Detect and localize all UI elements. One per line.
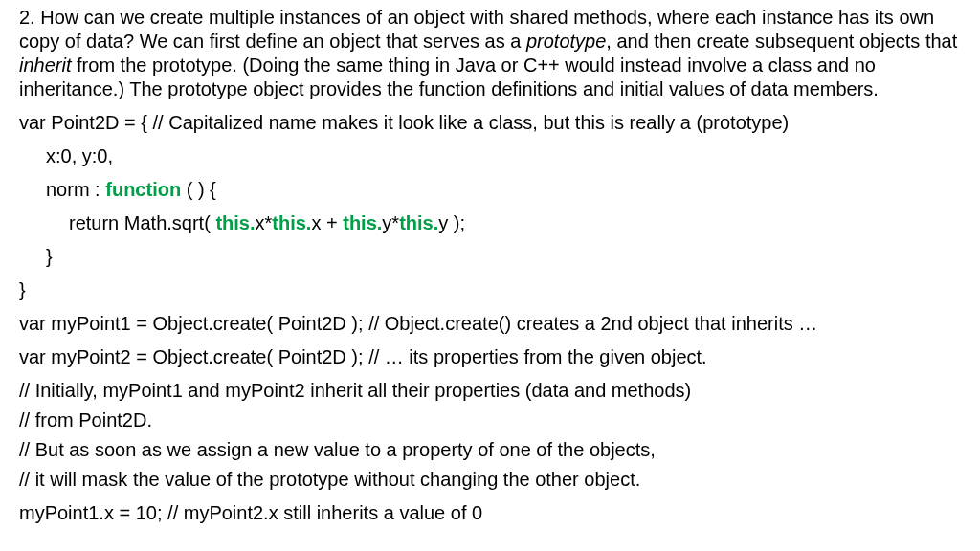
code-line-10: // from Point2D.	[19, 408, 961, 432]
code-line-11: // But as soon as we assign a new value …	[19, 438, 961, 462]
intro-text-2: , and then create subsequent objects tha…	[606, 31, 957, 52]
code-line-5: }	[19, 245, 961, 269]
code-line-1: var Point2D = { // Capitalized name make…	[19, 111, 961, 135]
intro-italic-1: prototype	[526, 31, 606, 52]
code-line-3: norm : function ( ) {	[19, 178, 961, 202]
code-line-7: var myPoint1 = Object.create( Point2D );…	[19, 312, 961, 336]
code-line-4: return Math.sqrt( this.x*this.x + this.y…	[19, 211, 961, 235]
code-l3-b: ( ) {	[181, 179, 216, 200]
code-line-9: // Initially, myPoint1 and myPoint2 inhe…	[19, 379, 961, 403]
keyword-this-2: this.	[272, 212, 311, 233]
intro-text-3: from the prototype. (Doing the same thin…	[19, 55, 879, 99]
code-line-6: }	[19, 278, 961, 302]
comment-block: // Initially, myPoint1 and myPoint2 inhe…	[19, 379, 961, 492]
code-l3-a: norm :	[46, 179, 105, 200]
code-line-12: // it will mask the value of the prototy…	[19, 468, 961, 492]
code-line-2: x:0, y:0,	[19, 144, 961, 168]
code-l4-a: return Math.sqrt(	[69, 212, 215, 233]
intro-paragraph: 2. How can we create multiple instances …	[19, 6, 961, 101]
code-l4-b: x*	[256, 212, 273, 233]
code-l4-d: y*	[382, 212, 399, 233]
keyword-this-4: this.	[399, 212, 438, 233]
keyword-this-1: this.	[215, 212, 255, 233]
code-line-8: var myPoint2 = Object.create( Point2D );…	[19, 345, 961, 369]
keyword-this-3: this.	[343, 212, 382, 233]
code-l4-e: y );	[438, 212, 465, 233]
keyword-function: function	[105, 179, 181, 200]
question-number: 2.	[19, 7, 40, 28]
code-l4-c: x +	[311, 212, 343, 233]
intro-italic-2: inherit	[19, 55, 71, 76]
code-line-13: myPoint1.x = 10; // myPoint2.x still inh…	[19, 501, 961, 525]
